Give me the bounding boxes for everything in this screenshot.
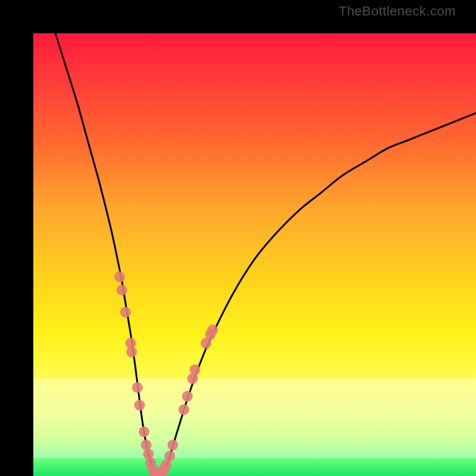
data-point (207, 325, 218, 336)
light-band (33, 378, 476, 458)
data-point (178, 404, 189, 415)
data-point (117, 285, 127, 296)
chart-frame (0, 0, 476, 476)
data-point (164, 451, 175, 462)
data-point (114, 271, 125, 282)
data-point (139, 427, 149, 437)
data-point (134, 400, 145, 411)
chart-plot-area (33, 33, 476, 476)
chart-svg (33, 33, 476, 476)
data-point (120, 307, 131, 318)
data-point (132, 382, 143, 393)
data-point (126, 347, 137, 358)
data-point (182, 391, 193, 402)
data-point (190, 364, 201, 375)
whitish-band (33, 378, 476, 458)
data-point (167, 440, 178, 450)
watermark-text: TheBottleneck.com (339, 4, 456, 19)
